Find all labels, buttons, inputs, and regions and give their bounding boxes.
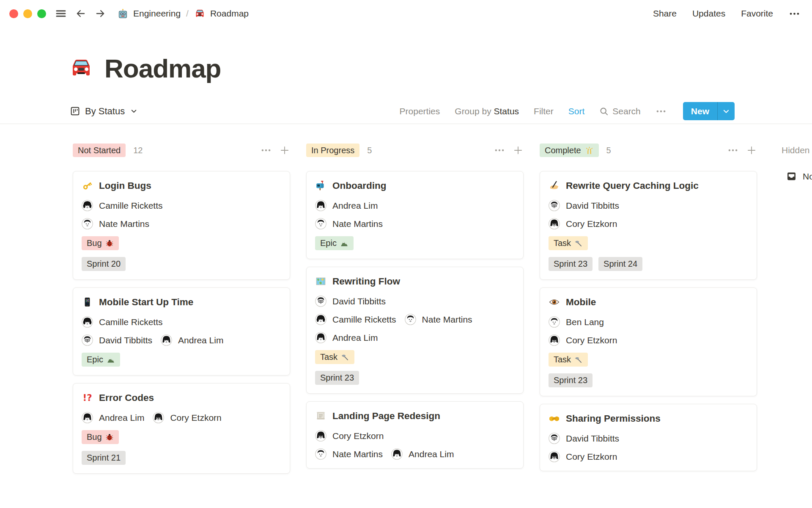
page-icon-car[interactable] [69, 56, 94, 81]
new-button-label[interactable]: New [683, 102, 717, 120]
card[interactable]: Landing Page RedesignCory EtzkornNate Ma… [306, 401, 524, 469]
new-button[interactable]: New [683, 102, 735, 120]
share-button[interactable]: Share [653, 8, 677, 19]
hidden-group-row[interactable]: No [786, 171, 812, 182]
column-cards: OnboardingAndrea LimNate MartinsEpicRewr… [306, 171, 524, 469]
person: Nate Martins [82, 218, 149, 229]
minimize-window-button[interactable] [23, 9, 32, 18]
page-header: Roadmap [0, 53, 812, 83]
person: Andrea Lim [82, 412, 144, 423]
column-status-badge[interactable]: Not Started [73, 144, 126, 157]
column-header: Complete5 [540, 144, 757, 157]
column-more-icon[interactable] [727, 145, 738, 156]
card-people-row: Andrea LimCory Etzkorn [82, 412, 281, 423]
person: Camille Ricketts [82, 316, 163, 328]
person: Cory Etzkorn [549, 451, 617, 462]
person-name: Nate Martins [332, 219, 383, 229]
properties-button[interactable]: Properties [400, 106, 440, 116]
column-cards: Login BugsCamille RickettsNate MartinsBu… [73, 171, 290, 474]
world-map-icon [315, 276, 326, 287]
column-more-icon[interactable] [261, 145, 272, 156]
card-title: Mobile Start Up Time [99, 297, 193, 308]
breadcrumb: Engineering / Roadmap [117, 8, 249, 19]
column-cards: Rewrite Query Caching LogicDavid Tibbitt… [540, 171, 757, 471]
person: David Tibbitts [549, 200, 619, 211]
tag-badge: Sprint 20 [82, 257, 126, 271]
eye-icon [549, 296, 560, 308]
card[interactable]: !?Error CodesAndrea LimCory EtzkornBugSp… [73, 383, 290, 474]
sidebar-menu-icon[interactable] [55, 7, 67, 20]
zoom-window-button[interactable] [37, 9, 46, 18]
close-window-button[interactable] [9, 9, 18, 18]
person-name: Camille Ricketts [99, 317, 163, 327]
card-title-row: Rewrite Query Caching Logic [549, 180, 748, 191]
mountain-icon [107, 356, 115, 364]
favorite-button[interactable]: Favorite [741, 8, 773, 19]
person-name: Andrea Lim [99, 413, 144, 423]
hidden-label[interactable]: Hidden [782, 144, 812, 157]
card[interactable]: Login BugsCamille RickettsNate MartinsBu… [73, 171, 290, 280]
card[interactable]: Sharing PermissionsDavid TibbittsCory Et… [540, 404, 757, 471]
card[interactable]: Mobile Start Up TimeCamille RickettsDavi… [73, 287, 290, 375]
breadcrumb-separator: / [186, 8, 189, 19]
key-icon [82, 180, 93, 191]
breadcrumb-item-engineering[interactable]: Engineering [117, 8, 181, 19]
sort-button[interactable]: Sort [568, 106, 585, 116]
avatar [549, 451, 560, 462]
back-arrow-icon[interactable] [75, 8, 87, 19]
topbar: Engineering / Roadmap Share Updates Favo… [0, 0, 812, 27]
view-switcher[interactable]: By Status [70, 106, 137, 117]
avatar [405, 314, 416, 325]
tag-label: Sprint 23 [554, 375, 587, 386]
group-by-button[interactable]: Group by Status [455, 106, 519, 116]
column-add-icon[interactable] [279, 145, 290, 156]
column-controls [261, 145, 290, 156]
breadcrumb-item-roadmap[interactable]: Roadmap [194, 8, 249, 19]
more-options-icon[interactable] [789, 8, 800, 19]
person: David Tibbitts [549, 433, 619, 444]
breadcrumb-label: Roadmap [210, 8, 249, 19]
column-status-badge[interactable]: Complete [540, 144, 599, 157]
tag-label: Sprint 21 [87, 453, 121, 463]
tag-badge: Task [549, 236, 588, 250]
board: Not Started12Login BugsCamille RickettsN… [0, 144, 812, 474]
column-add-icon[interactable] [513, 145, 524, 156]
board-column: In Progress5OnboardingAndrea LimNate Mar… [306, 144, 524, 469]
card[interactable]: MobileBen LangCory EtzkornTaskSprint 23 [540, 287, 757, 396]
tag-label: Sprint 23 [554, 259, 587, 269]
person: Camille Ricketts [82, 200, 163, 211]
column-status-label: Not Started [78, 145, 121, 155]
avatar [82, 316, 93, 328]
beetle-icon [105, 239, 114, 248]
person-name: David Tibbitts [332, 296, 386, 306]
card-title-row: Mobile [549, 296, 748, 308]
card[interactable]: Rewriting FlowDavid TibbittsCamille Rick… [306, 267, 524, 394]
toolbar-more-icon[interactable] [656, 106, 667, 117]
column-status-badge[interactable]: In Progress [306, 144, 359, 157]
card-tag-row: Sprint 23 [315, 371, 515, 385]
column-header: Not Started12 [73, 144, 290, 157]
card[interactable]: OnboardingAndrea LimNate MartinsEpic [306, 171, 524, 259]
card-title: Mobile [566, 297, 596, 308]
column-add-icon[interactable] [746, 145, 757, 156]
filter-button[interactable]: Filter [534, 106, 554, 116]
person: Nate Martins [405, 314, 472, 325]
tag-label: Epic [320, 238, 337, 248]
avatar [315, 218, 326, 229]
forward-arrow-icon[interactable] [94, 8, 106, 19]
search-button[interactable]: Search [599, 106, 641, 116]
updates-button[interactable]: Updates [692, 8, 725, 19]
tag-badge: Bug [82, 430, 119, 444]
card[interactable]: Rewrite Query Caching LogicDavid Tibbitt… [540, 171, 757, 280]
card-title-row: Rewriting Flow [315, 276, 515, 287]
column-controls [494, 145, 524, 156]
avatar [549, 218, 560, 229]
hammer-icon [574, 239, 583, 248]
tag-badge: Sprint 24 [598, 257, 642, 271]
person: Cory Etzkorn [549, 334, 617, 346]
column-more-icon[interactable] [494, 145, 505, 156]
tag-label: Bug [87, 432, 102, 442]
tag-label: Bug [87, 238, 102, 248]
new-dropdown-button[interactable] [718, 102, 735, 120]
card-people-row: David Tibbitts [549, 200, 748, 211]
